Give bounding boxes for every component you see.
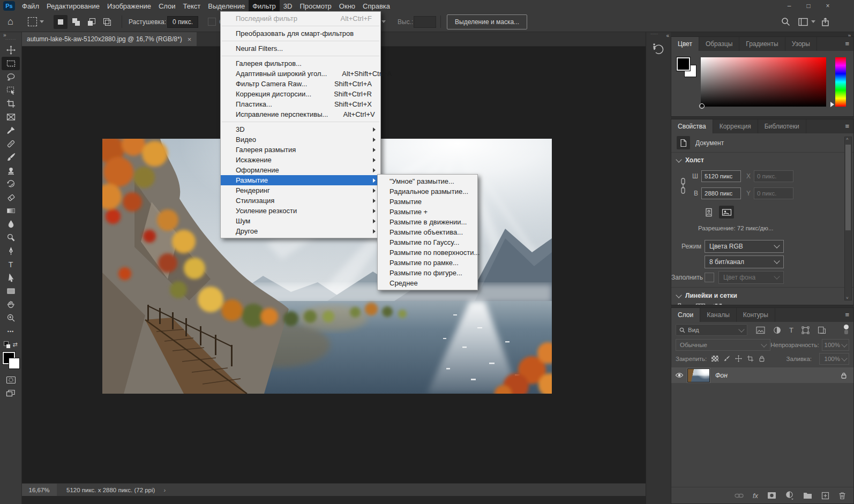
menu-item-pixelate[interactable]: Оформление xyxy=(221,165,380,175)
menu-window[interactable]: Окно xyxy=(335,0,359,12)
brush-tool[interactable] xyxy=(2,151,20,164)
rectangular-marquee-tool[interactable] xyxy=(2,57,20,70)
feather-input[interactable]: 0 пикс. xyxy=(167,12,198,32)
color-mode-dropdown[interactable]: Цвета RGB xyxy=(705,240,784,253)
status-chevron-icon[interactable]: › xyxy=(163,487,166,493)
lock-transparency-icon[interactable] xyxy=(711,356,718,362)
submenu-item-gaussian-blur[interactable]: Размытие по Гауссу... xyxy=(378,237,477,247)
tab-swatches[interactable]: Образцы xyxy=(699,37,739,51)
bit-depth-dropdown[interactable]: 8 бит/канал xyxy=(705,255,784,268)
eraser-tool[interactable] xyxy=(2,191,20,204)
tab-channels[interactable]: Каналы xyxy=(700,308,737,322)
tab-adjustments[interactable]: Коррекция xyxy=(713,119,758,133)
gradient-tool[interactable] xyxy=(2,204,20,217)
clone-stamp-tool[interactable] xyxy=(2,164,20,177)
edit-toolbar-button[interactable]: ••• xyxy=(2,325,20,338)
menu-3d[interactable]: 3D xyxy=(280,0,296,12)
lock-paint-icon[interactable] xyxy=(723,355,730,362)
menu-help[interactable]: Справка xyxy=(359,0,394,12)
menu-edit[interactable]: Редактирование xyxy=(43,0,103,12)
menu-select[interactable]: Выделение xyxy=(204,0,249,12)
zoom-tool[interactable] xyxy=(2,311,20,325)
submenu-item-motion-blur[interactable]: Размытие в движении... xyxy=(378,217,477,227)
menu-item-stylize[interactable]: Стилизация xyxy=(221,195,380,206)
color-swatches[interactable] xyxy=(2,351,20,370)
submenu-item-smart-blur[interactable]: "Умное" размытие... xyxy=(378,176,477,186)
scroll-up-icon[interactable]: ˄ xyxy=(846,137,849,141)
menu-item-vanishing-point[interactable]: Исправление перспективы...Alt+Ctrl+V xyxy=(221,109,380,119)
tab-close-icon[interactable]: × xyxy=(188,35,192,43)
layer-name[interactable]: Фон xyxy=(715,372,728,379)
tab-paths[interactable]: Контуры xyxy=(737,308,775,322)
canvas-section-header[interactable]: Холст xyxy=(671,153,853,166)
menu-item-adaptive-wide-angle[interactable]: Адаптивный широкий угол...Alt+Shift+Ctrl… xyxy=(221,69,380,79)
quick-mask-button[interactable] xyxy=(2,373,20,387)
type-tool[interactable]: T xyxy=(2,258,20,271)
menu-item-other[interactable]: Другое xyxy=(221,226,380,236)
link-layers-icon[interactable] xyxy=(735,492,744,500)
menu-item-render[interactable]: Рендеринг xyxy=(221,185,380,195)
menu-item-last-filter[interactable]: Последний фильтрAlt+Ctrl+F xyxy=(221,13,380,24)
blur-tool[interactable] xyxy=(2,217,20,231)
menu-filter[interactable]: Фильтр xyxy=(249,0,280,12)
subtract-selection-button[interactable] xyxy=(85,15,99,29)
layer-style-icon[interactable]: fx xyxy=(753,492,758,500)
menu-item-blur-gallery[interactable]: Галерея размытия xyxy=(221,145,380,155)
toolbar-expand-icon[interactable]: » xyxy=(0,32,5,38)
layer-thumbnail[interactable] xyxy=(687,368,710,382)
submenu-item-blur-more[interactable]: Размытие + xyxy=(378,207,477,217)
fill-field[interactable]: 100% xyxy=(819,353,849,365)
height-input[interactable] xyxy=(414,12,436,32)
scroll-down-icon[interactable]: ˅ xyxy=(846,296,849,300)
submenu-item-lens-blur[interactable]: Размытие объектива... xyxy=(378,227,477,237)
width-field[interactable]: 5120 пикс xyxy=(701,170,741,182)
menu-file[interactable]: Файл xyxy=(18,0,43,12)
hue-slider[interactable] xyxy=(835,57,846,107)
opacity-field[interactable]: 100% xyxy=(822,339,849,351)
dodge-tool[interactable] xyxy=(2,231,20,244)
height-field[interactable]: 2880 пикс xyxy=(701,187,741,199)
filter-smart-objects-icon[interactable] xyxy=(818,326,826,334)
background-color-swatch[interactable] xyxy=(9,358,20,369)
filter-type-layers-icon[interactable]: T xyxy=(789,326,793,334)
move-tool[interactable] xyxy=(2,43,20,57)
minimize-button[interactable]: – xyxy=(780,0,798,12)
default-swap-colors[interactable]: ⇄ xyxy=(4,340,17,349)
pen-tool[interactable] xyxy=(2,244,20,258)
crop-tool[interactable] xyxy=(2,97,20,110)
menu-item-convert-smart-filters[interactable]: Преобразовать для смарт-фильтров xyxy=(221,28,380,39)
new-group-icon[interactable] xyxy=(803,492,812,499)
y-field[interactable]: 0 пикс. xyxy=(754,187,793,199)
color-picker-marker[interactable] xyxy=(699,103,705,109)
foreground-color-swatch[interactable] xyxy=(677,57,690,71)
fill-color-dropdown[interactable]: Цвет фона xyxy=(718,271,784,284)
lock-all-icon[interactable] xyxy=(759,355,765,362)
menu-item-camera-raw[interactable]: Фильтр Camera Raw...Shift+Ctrl+A xyxy=(221,79,380,89)
adjustment-layer-icon[interactable] xyxy=(785,491,794,500)
history-brush-tool[interactable] xyxy=(2,177,20,191)
close-button[interactable]: × xyxy=(819,0,837,12)
submenu-item-blur[interactable]: Размытие xyxy=(378,197,477,207)
lock-position-icon[interactable] xyxy=(735,355,742,362)
eyedropper-tool[interactable] xyxy=(2,124,20,137)
add-mask-icon[interactable] xyxy=(767,492,776,499)
menu-item-noise[interactable]: Шум xyxy=(221,216,380,226)
layer-row-background[interactable]: Фон xyxy=(671,367,853,383)
layer-filtering-toggle[interactable] xyxy=(843,325,849,335)
object-selection-tool[interactable] xyxy=(2,84,20,97)
history-panel-button[interactable] xyxy=(651,41,666,56)
menu-image[interactable]: Изображение xyxy=(103,0,155,12)
workspace-switcher[interactable] xyxy=(798,12,815,32)
constrain-link-icon[interactable] xyxy=(680,176,686,197)
dock-expand-icon[interactable]: « xyxy=(666,33,668,39)
submenu-item-average[interactable]: Среднее xyxy=(378,278,477,288)
layer-lock-icon[interactable] xyxy=(841,372,847,379)
screen-mode-button[interactable] xyxy=(2,387,20,400)
search-button[interactable] xyxy=(781,12,790,32)
portrait-orientation-button[interactable] xyxy=(701,206,716,219)
document-tab[interactable]: autumn-lake-5k-aw-5120x2880.jpg @ 16,7% … xyxy=(21,32,197,46)
menu-item-video[interactable]: Видео xyxy=(221,134,380,145)
menu-layers[interactable]: Слои xyxy=(155,0,179,12)
properties-scrollbar[interactable]: ˄ ˅ xyxy=(844,137,852,300)
layer-filter-dropdown[interactable]: Вид xyxy=(676,324,747,336)
